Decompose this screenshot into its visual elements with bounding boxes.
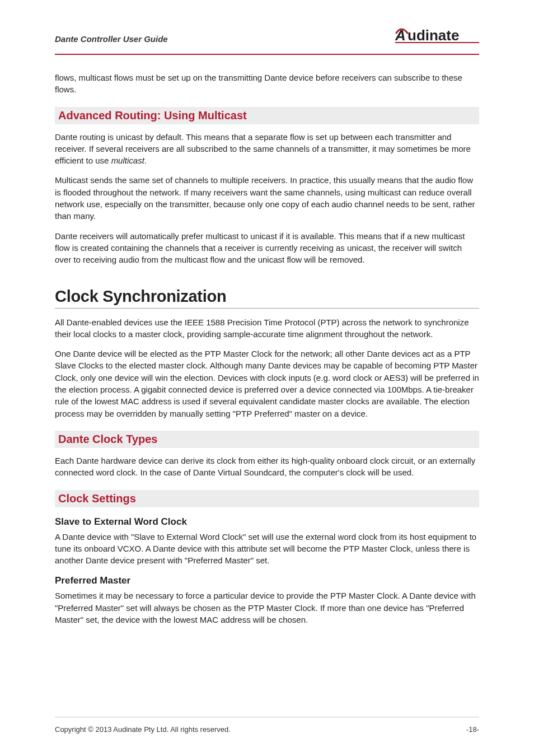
heading-rule (55, 308, 479, 309)
header-rule (55, 54, 479, 55)
footer-page-number: -18- (466, 725, 479, 734)
heading-slave-external: Slave to External Word Clock (55, 516, 479, 528)
page-content: flows, multicast flows must be set up on… (55, 72, 479, 717)
text-run: . (144, 156, 147, 165)
intro-paragraph: flows, multicast flows must be set up on… (55, 72, 479, 96)
footer-copyright: Copyright © 2013 Audinate Pty Ltd. All r… (55, 725, 231, 734)
page-header: Dante Controller User Guide A udinate (55, 27, 479, 47)
clock-types-p1: Each Dante hardware device can derive it… (55, 455, 479, 479)
audinate-logo-icon: A udinate (395, 27, 479, 44)
heading-preferred-master: Preferred Master (55, 575, 479, 586)
header-title: Dante Controller User Guide (55, 34, 168, 44)
heading-clock-settings: Clock Settings (55, 490, 479, 507)
brand-logo: A udinate (395, 27, 479, 44)
clock-sync-p2: One Dante device will be elected as the … (55, 348, 479, 419)
heading-clock-types: Dante Clock Types (55, 431, 479, 448)
svg-text:udinate: udinate (407, 27, 459, 44)
clock-sync-p1: All Dante-enabled devices use the IEEE 1… (55, 316, 479, 340)
heading-clock-sync: Clock Synchronization (55, 287, 479, 306)
page: Dante Controller User Guide A udinate fl… (0, 0, 534, 756)
text-italic: multicast (111, 156, 144, 165)
advanced-routing-p1: Dante routing is unicast by default. Thi… (55, 131, 479, 167)
preferred-master-p: Sometimes it may be necessary to force a… (55, 590, 479, 626)
heading-advanced-routing: Advanced Routing: Using Multicast (55, 107, 479, 124)
page-footer: Copyright © 2013 Audinate Pty Ltd. All r… (55, 717, 479, 734)
advanced-routing-p2: Multicast sends the same set of channels… (55, 174, 479, 222)
slave-external-p: A Dante device with "Slave to External W… (55, 531, 479, 567)
advanced-routing-p3: Dante receivers will automatically prefe… (55, 230, 479, 266)
